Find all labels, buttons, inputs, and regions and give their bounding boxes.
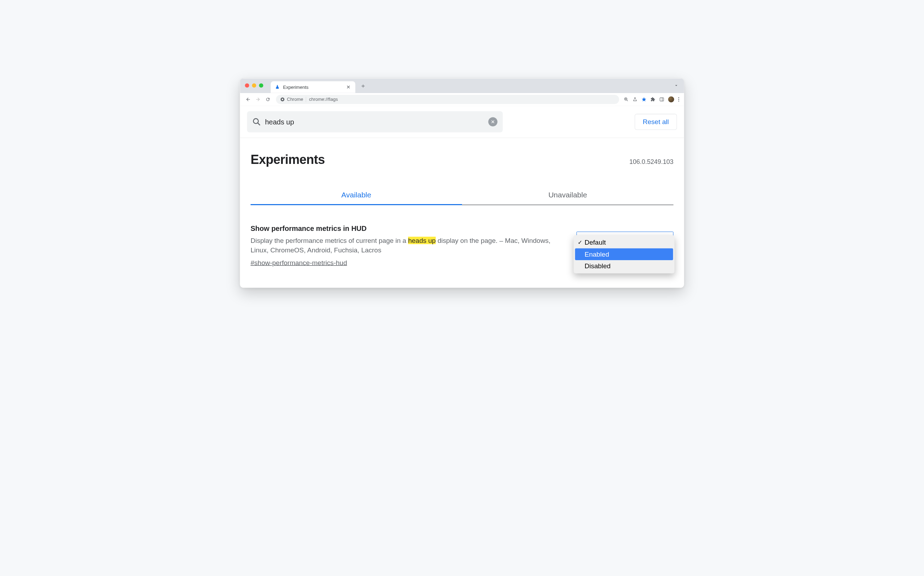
- page-content: Reset all Experiments 106.0.5249.103 Ava…: [240, 106, 684, 288]
- browser-toolbar: Chrome chrome://flags: [240, 93, 684, 106]
- omnibox-separator: [306, 97, 306, 102]
- tabs-dropdown-icon[interactable]: [674, 83, 679, 88]
- toolbar-actions: [624, 97, 680, 102]
- browser-window: Experiments ✕ ＋ Chrome chrome://flags: [240, 78, 684, 288]
- search-box[interactable]: [247, 111, 503, 133]
- search-input[interactable]: [265, 118, 484, 126]
- flag-state-select[interactable]: ✓ Default Enabled Disabled: [575, 224, 674, 232]
- search-icon: [253, 118, 261, 126]
- page-title: Experiments: [251, 152, 325, 167]
- flag-title: Show performance metrics in HUD: [251, 224, 564, 233]
- search-highlight: heads up: [408, 237, 436, 244]
- clear-search-icon[interactable]: [488, 117, 498, 126]
- maximize-window-button[interactable]: [259, 83, 263, 88]
- minimize-window-button[interactable]: [252, 83, 256, 88]
- flag-anchor-link[interactable]: #show-performance-metrics-hud: [251, 259, 347, 267]
- new-tab-button[interactable]: ＋: [360, 82, 366, 90]
- close-window-button[interactable]: [245, 83, 249, 88]
- svg-point-9: [678, 99, 679, 100]
- select-popup: ✓ Default Enabled Disabled: [574, 235, 675, 274]
- reload-button[interactable]: [264, 96, 272, 103]
- site-chip: Chrome: [280, 97, 303, 102]
- tab-available[interactable]: Available: [251, 186, 462, 205]
- search-row: Reset all: [240, 106, 684, 138]
- chrome-icon: [280, 97, 285, 102]
- window-controls: [245, 83, 263, 88]
- reset-all-button[interactable]: Reset all: [635, 114, 677, 130]
- svg-rect-6: [660, 98, 664, 101]
- tab-title: Experiments: [283, 85, 345, 90]
- svg-point-10: [678, 101, 679, 102]
- back-button[interactable]: [245, 96, 252, 103]
- flask-icon: [275, 85, 280, 90]
- extensions-icon[interactable]: [651, 97, 656, 102]
- browser-tab[interactable]: Experiments ✕: [271, 82, 356, 93]
- svg-line-3: [627, 100, 628, 101]
- forward-button[interactable]: [255, 96, 262, 103]
- version-label: 106.0.5249.103: [629, 158, 673, 165]
- side-panel-icon[interactable]: [660, 97, 665, 102]
- close-tab-icon[interactable]: ✕: [345, 83, 352, 91]
- option-enabled[interactable]: Enabled: [575, 248, 673, 261]
- zoom-icon[interactable]: [624, 97, 629, 102]
- svg-line-12: [258, 123, 260, 125]
- site-chip-label: Chrome: [287, 97, 303, 102]
- address-bar[interactable]: Chrome chrome://flags: [276, 95, 619, 104]
- experiment-tabs: Available Unavailable: [251, 186, 674, 205]
- share-icon[interactable]: [633, 97, 637, 102]
- option-disabled[interactable]: Disabled: [575, 260, 673, 272]
- svg-point-8: [678, 97, 679, 98]
- flag-description: Display the performance metrics of curre…: [251, 236, 564, 255]
- tab-strip: Experiments ✕ ＋: [240, 78, 684, 93]
- url-text: chrome://flags: [309, 97, 338, 102]
- kebab-menu-icon[interactable]: [678, 97, 680, 102]
- option-default[interactable]: ✓ Default: [575, 237, 673, 248]
- tab-unavailable[interactable]: Unavailable: [462, 186, 674, 205]
- profile-avatar[interactable]: [668, 97, 674, 102]
- check-icon: ✓: [578, 239, 583, 246]
- flag-item: Show performance metrics in HUD Display …: [251, 224, 674, 267]
- bookmark-star-icon[interactable]: [642, 97, 647, 102]
